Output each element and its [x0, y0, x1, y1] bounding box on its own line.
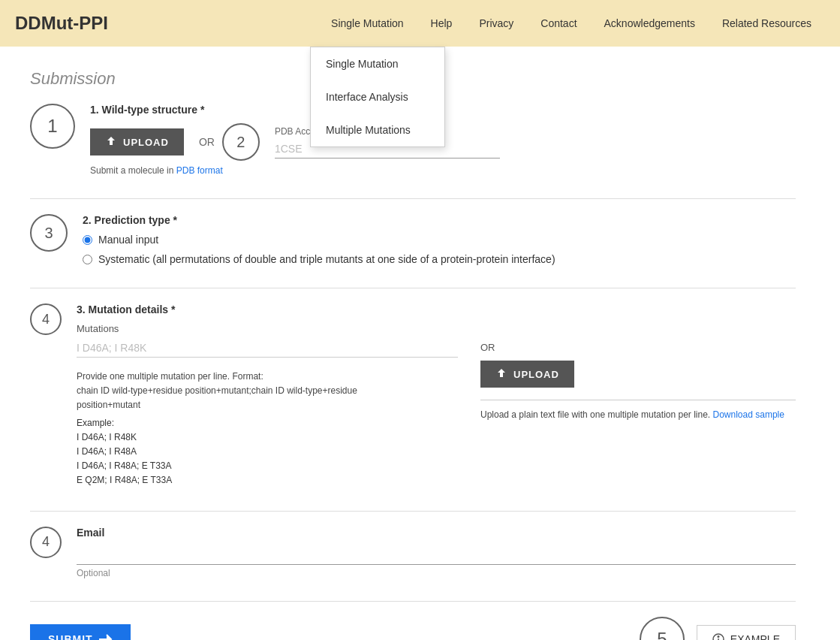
radio-manual-input[interactable]: Manual input — [83, 234, 796, 246]
step-circle-4a: 4 — [30, 303, 62, 335]
nav-privacy[interactable]: Privacy — [465, 0, 527, 47]
dropdown-menu: Single Mutation Interface Analysis Multi… — [310, 47, 445, 147]
upload-icon-2 — [495, 368, 507, 380]
divider-4 — [30, 601, 796, 602]
upload-input-underline — [480, 400, 796, 400]
step-circle-3: 3 — [30, 214, 68, 252]
step-circle-5: 5 — [640, 617, 685, 641]
upload-icon — [105, 136, 117, 148]
upload-btn-label: UPLOAD — [123, 137, 169, 148]
radio-manual-label: Manual input — [98, 234, 158, 246]
svg-point-2 — [718, 635, 719, 637]
upload-hint-text: Upload a plain text file with one multip… — [480, 409, 710, 420]
nav-related-resources[interactable]: Related Resources — [709, 0, 825, 47]
radio-systematic[interactable]: Systematic (all permutations of double a… — [83, 253, 796, 265]
nav: Single Mutation Single Mutation Interfac… — [318, 0, 825, 47]
info-icon — [712, 633, 724, 641]
nav-help[interactable]: Help — [417, 0, 466, 47]
mutation-hint: Provide one multiple mutation per line. … — [77, 370, 458, 488]
nav-acknowledgements[interactable]: Acknowledgements — [591, 0, 709, 47]
section-email: 4 Email Optional — [30, 527, 796, 578]
or-label-2: OR — [480, 342, 495, 353]
email-input[interactable] — [77, 546, 796, 565]
section-prediction-type: 3 2. Prediction type * Manual input Syst… — [30, 214, 796, 265]
example-label: Example: — [77, 416, 458, 430]
upload-file-hint: Upload a plain text file with one multip… — [480, 408, 784, 421]
mutations-field-label: Mutations — [77, 323, 458, 334]
optional-label: Optional — [77, 568, 796, 578]
example-4: E Q2M; I R48A; E T33A — [77, 473, 458, 488]
or-label-1: OR — [199, 136, 215, 148]
upload-mutations-button[interactable]: UPLOAD — [480, 361, 574, 388]
dropdown-interface-analysis[interactable]: Interface Analysis — [311, 80, 444, 113]
example-1: I D46A; I R48K — [77, 430, 458, 445]
mutation-left: Mutations Provide one multiple mutation … — [77, 323, 458, 488]
pdb-format-link[interactable]: PDB format — [176, 165, 223, 176]
or-circle-wrapper: OR 2 — [199, 123, 260, 161]
mutation-row: Mutations Provide one multiple mutation … — [77, 323, 796, 488]
prediction-type-radio-group: Manual input Systematic (all permutation… — [83, 234, 796, 265]
header: DDMut-PPI Single Mutation Single Mutatio… — [0, 0, 840, 47]
example-label: EXAMPLE — [730, 633, 780, 641]
section3-content: 3. Mutation details * Mutations Provide … — [77, 303, 796, 488]
submit-left: SUBMIT — [30, 624, 131, 641]
hint-line3: position+mutant — [77, 398, 458, 412]
mutations-input[interactable] — [77, 339, 458, 358]
step-circle-2: 2 — [222, 123, 260, 161]
divider-3 — [30, 511, 796, 512]
section-mutation-details: 4 3. Mutation details * Mutations Provid… — [30, 303, 796, 488]
step-circle-1: 1 — [30, 104, 75, 149]
pdb-format-hint: Submit a molecule in PDB format — [90, 165, 796, 176]
submit-arrow-icon — [99, 634, 113, 641]
hint-line2: chain ID wild-type+residue position+muta… — [77, 384, 458, 398]
mutation-right: OR UPLOAD Upload a plain text file with … — [480, 323, 796, 421]
hint-text: Submit a molecule in — [90, 165, 173, 176]
section2-label: 2. Prediction type * — [83, 214, 796, 226]
radio-systematic-label: Systematic (all permutations of double a… — [98, 253, 555, 265]
example-lines: Example: I D46A; I R48K I D46A; I R48A I… — [77, 416, 458, 488]
nav-contact[interactable]: Contact — [527, 0, 590, 47]
step-circle-4b: 4 — [30, 527, 62, 558]
example-3: I D46A; I R48A; E T33A — [77, 459, 458, 473]
upload-mutations-label: UPLOAD — [513, 369, 559, 380]
example-button[interactable]: EXAMPLE — [697, 625, 796, 641]
section4-content: Email Optional — [77, 527, 796, 578]
radio-manual-input-control[interactable] — [83, 235, 92, 245]
radio-systematic-control[interactable] — [83, 255, 92, 264]
submit-label: SUBMIT — [48, 633, 93, 641]
download-sample-link[interactable]: Download sample — [713, 409, 784, 420]
section3-label: 3. Mutation details * — [77, 303, 796, 315]
submit-circles: 5 EXAMPLE — [640, 617, 796, 641]
nav-single-mutation[interactable]: Single Mutation — [318, 0, 417, 47]
logo[interactable]: DDMut-PPI — [15, 13, 108, 34]
submit-button[interactable]: SUBMIT — [30, 624, 131, 641]
upload-structure-button[interactable]: UPLOAD — [90, 128, 184, 155]
example-2: I D46A; I R48A — [77, 445, 458, 459]
dropdown-single-mutation[interactable]: Single Mutation — [311, 47, 444, 80]
hint-line1: Provide one multiple mutation per line. … — [77, 370, 458, 384]
divider-1 — [30, 198, 796, 199]
divider-2 — [30, 288, 796, 288]
email-label: Email — [77, 527, 796, 539]
dropdown-multiple-mutations[interactable]: Multiple Mutations — [311, 113, 444, 146]
section-submit: SUBMIT 5 EXAMPLE — [30, 617, 796, 641]
section2-content: 2. Prediction type * Manual input System… — [83, 214, 796, 265]
